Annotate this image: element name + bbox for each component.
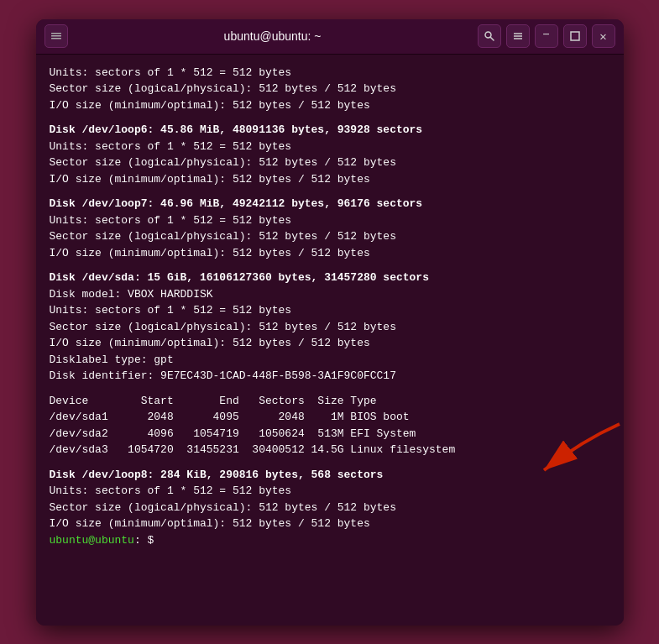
terminal-line: Disk identifier: 9E7EC43D-1CAD-448F-B598… — [50, 368, 610, 385]
terminal-line: I/O size (minimum/optimal): 512 bytes / … — [50, 97, 610, 114]
window-title: ubuntu@ubuntu: ~ — [68, 29, 478, 43]
prompt-symbol: : $ — [134, 534, 154, 547]
close-button[interactable]: ✕ — [592, 24, 615, 48]
empty-line — [50, 261, 610, 270]
terminal-prompt: ubuntu@ubuntu: $ — [50, 532, 610, 549]
terminal-line: Sector size (logical/physical): 512 byte… — [50, 319, 610, 336]
terminal-line: I/O size (minimum/optimal): 512 bytes / … — [50, 516, 610, 532]
terminal-line: Units: sectors of 1 * 512 = 512 bytes — [50, 139, 610, 155]
minimize-button[interactable]: – — [535, 24, 558, 48]
titlebar-left-controls — [44, 24, 68, 48]
terminal-window: ubuntu@ubuntu: ~ – ✕ — [36, 19, 624, 626]
titlebar-right-controls: – ✕ — [478, 24, 615, 48]
empty-line — [50, 385, 610, 393]
svg-point-3 — [485, 32, 491, 38]
terminal-line: Sector size (logical/physical): 512 byte… — [50, 154, 610, 171]
search-button[interactable] — [478, 24, 501, 48]
terminal-line: Units: sectors of 1 * 512 = 512 bytes — [50, 212, 610, 229]
titlebar: ubuntu@ubuntu: ~ – ✕ — [36, 19, 624, 55]
terminal-line: I/O size (minimum/optimal): 512 bytes / … — [50, 335, 610, 352]
terminal-line: Disk /dev/sda: 15 GiB, 16106127360 bytes… — [50, 270, 610, 286]
terminal-line: Sector size (logical/physical): 512 byte… — [50, 81, 610, 97]
terminal-line: I/O size (minimum/optimal): 512 bytes / … — [50, 245, 610, 262]
svg-line-4 — [490, 38, 494, 41]
terminal-line: Disk /dev/loop6: 45.86 MiB, 48091136 byt… — [50, 122, 610, 139]
terminal-line-sda3: /dev/sda3 1054720 31455231 30400512 14.5… — [50, 442, 610, 458]
terminal-line: Disklabel type: gpt — [50, 352, 610, 369]
maximize-button[interactable] — [563, 24, 587, 48]
svg-rect-1 — [51, 35, 61, 37]
terminal-line: Sector size (logical/physical): 512 byte… — [50, 228, 610, 245]
terminal-line: Disk model: VBOX HARDDISK — [50, 286, 610, 303]
empty-line — [50, 458, 610, 467]
terminal-output[interactable]: Units: sectors of 1 * 512 = 512 bytes Se… — [36, 55, 624, 626]
terminal-line: Disk /dev/loop8: 284 KiB, 290816 bytes, … — [50, 467, 610, 484]
terminal-line: /dev/sda1 2048 4095 2048 1M BIOS boot — [50, 409, 610, 426]
terminal-line: Units: sectors of 1 * 512 = 512 bytes — [50, 302, 610, 319]
terminal-line: I/O size (minimum/optimal): 512 bytes / … — [50, 171, 610, 188]
prompt-user: ubuntu@ubuntu — [50, 534, 134, 547]
svg-rect-0 — [51, 33, 61, 34]
menu-button[interactable] — [506, 24, 530, 48]
terminal-line: Device Start End Sectors Size Type — [50, 393, 610, 410]
terminal-line: Units: sectors of 1 * 512 = 512 bytes — [50, 483, 610, 500]
empty-line — [50, 187, 610, 196]
terminal-line: Sector size (logical/physical): 512 byte… — [50, 500, 610, 516]
svg-rect-8 — [571, 32, 579, 40]
empty-line — [50, 113, 610, 122]
svg-rect-2 — [51, 38, 61, 39]
terminal-line: Units: sectors of 1 * 512 = 512 bytes — [50, 65, 610, 81]
terminal-line: /dev/sda2 4096 1054719 1050624 513M EFI … — [50, 426, 610, 442]
terminal-line: Disk /dev/loop7: 46.96 MiB, 49242112 byt… — [50, 196, 610, 212]
terminal-icon-button[interactable] — [44, 24, 68, 48]
